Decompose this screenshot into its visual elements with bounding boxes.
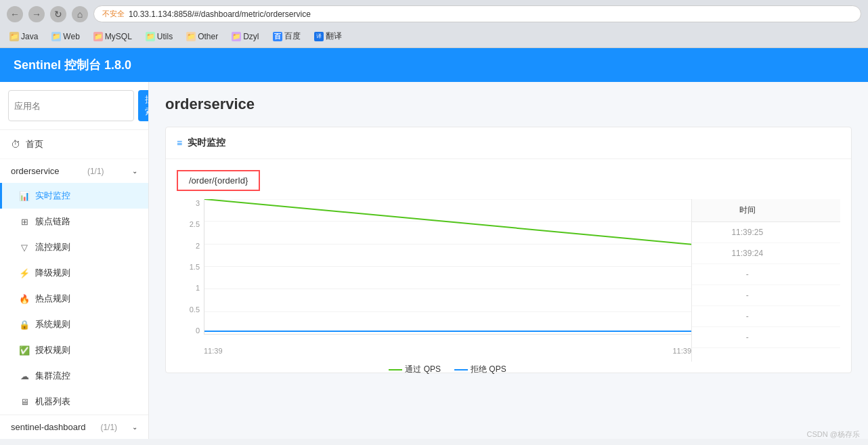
table-cell-time-0: 11:39:25 (692, 222, 803, 243)
flow-icon: ▽ (19, 242, 30, 253)
sidebar-item-auth[interactable]: ✅ 授权规则 (0, 337, 148, 363)
bookmark-fanyi[interactable]: 译 翻译 (311, 29, 345, 43)
sidebar-search-area: 搜索 (0, 82, 148, 130)
system-icon: 🔒 (19, 320, 30, 330)
bookmark-utils[interactable]: 📁 Utils (143, 30, 175, 43)
home-button[interactable]: ⌂ (72, 6, 88, 22)
realtime-label: 实时监控 (35, 190, 70, 202)
table-cell-time-4: - (692, 306, 803, 327)
browser-toolbar: ← → ↻ ⌂ 不安全 10.33.1.134:8858/#/dashboard… (7, 5, 861, 22)
table-row: 11:39:25 (692, 222, 840, 243)
machines-icon: 🖥 (19, 397, 30, 407)
table-cell-value-3 (803, 285, 841, 306)
sidebar-item-system[interactable]: 🔒 系统规则 (0, 312, 148, 337)
sidebar-item-clusterflow[interactable]: ☁ 集群流控 (0, 363, 148, 389)
degrade-icon: ⚡ (19, 268, 30, 278)
y-label-3: 3 (196, 199, 200, 207)
y-label-2: 2 (196, 242, 200, 250)
bookmark-label-other: Other (198, 32, 218, 41)
cluster-icon: ⊞ (19, 217, 30, 227)
bookmark-icon-mysql: 📁 (93, 32, 103, 41)
sidebar-item-machines[interactable]: 🖥 机器列表 (0, 389, 148, 415)
realtime-panel: ≡ 实时监控 /order/{orderId} 3 2.5 2 (165, 127, 852, 373)
bookmark-mysql[interactable]: 📁 MySQL (91, 30, 135, 43)
section-badge-orderservice: (1/1) (87, 167, 104, 176)
y-label-0: 0 (196, 326, 200, 335)
table-cell-value-5 (803, 327, 841, 348)
security-warning: 不安全 (102, 9, 125, 19)
table-cell-time-2: - (692, 264, 803, 285)
section-chevron-sentinel: ⌄ (132, 423, 137, 431)
app-container: Sentinel 控制台 1.8.0 搜索 ⏱ 首页 orderservice … (0, 48, 868, 439)
clusterflow-icon: ☁ (19, 371, 30, 381)
address-bar[interactable]: 不安全 10.33.1.134:8858/#/dashboard/metric/… (93, 5, 861, 22)
table-cell-value-0 (803, 222, 841, 243)
chart-y-axis: 3 2.5 2 1.5 1 0.5 0 (177, 199, 204, 335)
section-badge-sentinel: (1/1) (100, 423, 117, 432)
home-icon: ⏱ (11, 139, 20, 150)
data-table: 时间 11:39:25 (691, 199, 840, 362)
bookmark-web[interactable]: 📁 Web (49, 30, 82, 43)
sidebar-item-flow[interactable]: ▽ 流控规则 (0, 234, 148, 260)
chart-legend: 通过 QPS 拒绝 QPS (204, 361, 691, 375)
section-name-sentinel: sentinel-dashboard (11, 422, 86, 432)
panel-header-icon: ≡ (177, 137, 182, 148)
bookmark-baidu[interactable]: 百 百度 (270, 29, 303, 43)
chart-area: 3 2.5 2 1.5 1 0.5 0 (177, 199, 691, 362)
table-cell-value-4 (803, 306, 841, 327)
table-row: - (692, 285, 840, 306)
forward-button[interactable]: → (28, 6, 45, 22)
chart-x-labels: 11:39 11:39 (204, 347, 691, 355)
bookmarks-bar: 📁 Java 📁 Web 📁 MySQL 📁 Utils 📁 Other 📁 D… (7, 26, 861, 47)
legend-reject-label: 拒绝 QPS (471, 364, 506, 375)
section-title-sentinel[interactable]: sentinel-dashboard (1/1) ⌄ (0, 415, 148, 439)
auth-icon: ✅ (19, 345, 30, 356)
bookmark-icon-web: 📁 (51, 32, 61, 41)
search-button[interactable]: 搜索 (138, 90, 149, 121)
sidebar-item-cluster[interactable]: ⊞ 簇点链路 (0, 209, 148, 234)
table-header-time: 时间 (692, 199, 803, 222)
sidebar-home[interactable]: ⏱ 首页 (0, 130, 148, 159)
bookmark-other[interactable]: 📁 Other (183, 30, 221, 43)
flow-label: 流控规则 (35, 241, 70, 253)
table-cell-time-3: - (692, 285, 803, 306)
hotspot-icon: 🔥 (19, 294, 30, 304)
panel-header: ≡ 实时监控 (166, 127, 851, 159)
back-button[interactable]: ← (7, 6, 23, 22)
app-title: Sentinel 控制台 1.8.0 (14, 57, 131, 73)
bookmark-dzyl[interactable]: 📁 Dzyl (229, 30, 261, 43)
table-cell-value-1 (803, 243, 841, 264)
refresh-button[interactable]: ↻ (50, 6, 66, 22)
auth-label: 授权规则 (35, 344, 70, 356)
sidebar-item-degrade[interactable]: ⚡ 降级规则 (0, 260, 148, 286)
address-text: 10.33.1.134:8858/#/dashboard/metric/orde… (129, 9, 311, 19)
cluster-label: 簇点链路 (35, 215, 70, 228)
table-row: 11:39:24 (692, 243, 840, 264)
table-row: - (692, 327, 840, 348)
bookmark-icon-other: 📁 (186, 32, 196, 41)
legend-reject: 拒绝 QPS (454, 364, 506, 375)
legend-line-green (389, 369, 402, 370)
table-header-value (803, 199, 841, 222)
sidebar: 搜索 ⏱ 首页 orderservice (1/1) ⌄ 📊 实时监控 (0, 82, 149, 439)
clusterflow-label: 集群流控 (35, 370, 70, 382)
resource-tab[interactable]: /order/{orderId} (177, 170, 260, 191)
bookmark-icon-fanyi: 译 (314, 32, 324, 41)
sidebar-item-realtime[interactable]: 📊 实时监控 (0, 183, 148, 209)
sidebar-section-sentinel: sentinel-dashboard (1/1) ⌄ (0, 415, 148, 439)
app-body: 搜索 ⏱ 首页 orderservice (1/1) ⌄ 📊 实时监控 (0, 82, 868, 439)
home-label: 首页 (26, 138, 43, 150)
search-input[interactable] (8, 90, 134, 121)
hotspot-label: 热点规则 (35, 293, 70, 305)
chart-svg (204, 199, 691, 334)
system-label: 系统规则 (35, 318, 70, 331)
x-label-start: 11:39 (204, 347, 223, 355)
bookmark-java[interactable]: 📁 Java (7, 30, 41, 43)
watermark: CSDN @杨存乐 (807, 429, 860, 439)
sidebar-item-hotspot[interactable]: 🔥 热点规则 (0, 286, 148, 312)
bookmark-icon-utils: 📁 (146, 32, 155, 41)
bookmark-label-dzyl: Dzyl (243, 32, 259, 41)
section-title-orderservice[interactable]: orderservice (1/1) ⌄ (0, 159, 148, 183)
bookmark-label-java: Java (21, 32, 38, 41)
legend-pass-label: 通过 QPS (405, 364, 441, 375)
